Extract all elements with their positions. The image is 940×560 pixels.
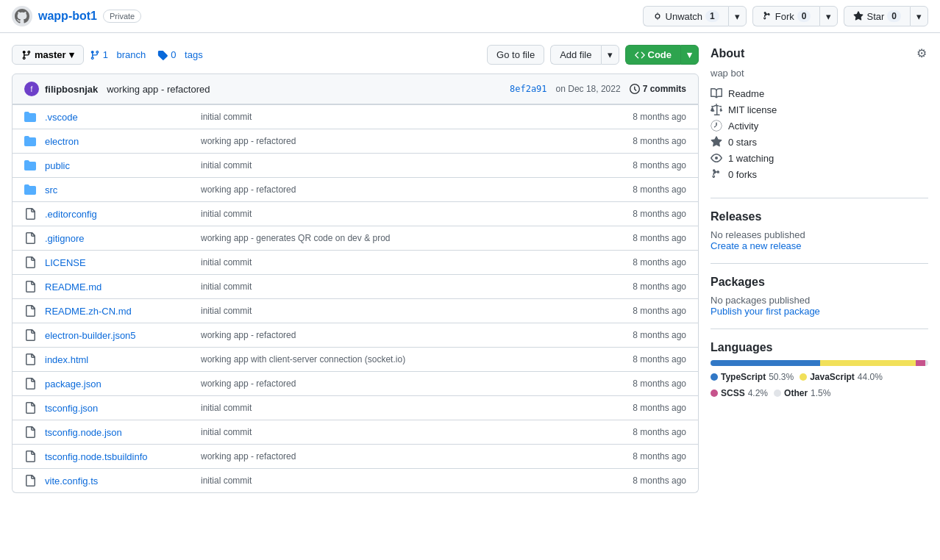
star-dropdown[interactable]: ▾ (910, 6, 928, 26)
file-name[interactable]: electron (45, 136, 192, 147)
file-icon (24, 426, 36, 438)
header-right: Unwatch 1 ▾ Fork 0 ▾ Star 0 ▾ (643, 6, 928, 26)
commit-author-name[interactable]: filipbosnjak (45, 84, 98, 95)
language-list-item[interactable]: JavaScript 44.0% (800, 372, 883, 382)
table-row: tsconfig.node.jsoninitial commit8 months… (13, 420, 698, 444)
clock-icon (630, 84, 640, 94)
table-row: electron-builder.json5working app - refa… (13, 323, 698, 347)
sidebar-link-item[interactable]: 1 watching (711, 152, 928, 164)
unwatch-dropdown[interactable]: ▾ (728, 6, 747, 26)
file-name[interactable]: LICENSE (45, 257, 192, 268)
unwatch-label: Unwatch (666, 11, 703, 22)
add-file-button[interactable]: Add file (550, 45, 600, 65)
commits-count-link[interactable]: 7 commits (630, 84, 686, 94)
sidebar-link-item[interactable]: 0 forks (711, 168, 928, 180)
file-commit-message: working app - refactored (201, 330, 624, 340)
star-btn-group: Star 0 ▾ (844, 6, 928, 26)
language-dot (800, 373, 807, 381)
language-list-item[interactable]: Other 1.5% (774, 388, 830, 398)
file-name[interactable]: electron-builder.json5 (45, 330, 192, 341)
commit-info-row: f filipbosnjak working app - refactored … (12, 73, 699, 104)
commit-sha[interactable]: 8ef2a91 (510, 84, 547, 94)
code-dropdown[interactable]: ▾ (680, 45, 699, 65)
toolbar-actions: Go to file Add file ▾ Code ▾ (487, 45, 699, 65)
file-name[interactable]: README.md (45, 281, 192, 292)
repo-avatar (12, 6, 32, 26)
sidebar-link-item[interactable]: 0 stars (711, 136, 928, 148)
fork-count: 0 (797, 10, 811, 22)
license-icon (711, 104, 722, 115)
file-commit-message: working app - refactored (201, 378, 624, 389)
star-icon (711, 136, 722, 148)
releases-section: Releases No releases published Create a … (711, 210, 928, 251)
no-releases-text: No releases published (711, 229, 928, 240)
file-commit-message: working app with client-server connectio… (201, 354, 624, 365)
file-time: 8 months ago (633, 306, 686, 316)
file-name[interactable]: .vscode (45, 112, 192, 123)
tags-link[interactable]: 0 tags (157, 49, 202, 60)
header-left: wapp-bot1 Private (12, 6, 141, 26)
language-bar (711, 360, 928, 366)
goto-file-button[interactable]: Go to file (487, 45, 544, 65)
file-commit-message: initial commit (201, 112, 624, 122)
add-file-dropdown[interactable]: ▾ (601, 45, 619, 65)
code-btn-group: Code ▾ (625, 45, 699, 65)
fork-button[interactable]: Fork 0 (752, 6, 820, 26)
sidebar-link-item[interactable]: Readme (711, 87, 928, 99)
divider-3 (711, 329, 928, 329)
folder-icon (24, 111, 36, 123)
star-icon (853, 11, 864, 21)
releases-title: Releases (711, 210, 928, 223)
language-dot (711, 390, 718, 397)
language-list-item[interactable]: TypeScript 50.3% (711, 372, 794, 382)
language-dot (774, 390, 781, 397)
language-name: Other (784, 388, 808, 398)
star-button[interactable]: Star 0 (844, 6, 910, 26)
fork-btn-group: Fork 0 ▾ (752, 6, 838, 26)
branch-selector[interactable]: master ▾ (12, 45, 84, 65)
table-row: publicinitial commit8 months ago (13, 153, 698, 177)
sidebar-link-item[interactable]: MIT license (711, 104, 928, 115)
language-percent: 1.5% (811, 388, 830, 398)
file-icon (24, 402, 36, 414)
file-name[interactable]: README.zh-CN.md (45, 306, 192, 317)
file-name[interactable]: .editorconfig (45, 209, 192, 220)
unwatch-count: 1 (705, 10, 719, 22)
file-icon (24, 378, 36, 390)
repo-name[interactable]: wapp-bot1 (38, 10, 97, 23)
branch-label: master (35, 49, 66, 60)
sidebar-link-label: Activity (728, 121, 758, 132)
file-name[interactable]: index.html (45, 354, 192, 365)
table-row: LICENSEinitial commit8 months ago (13, 250, 698, 274)
file-name[interactable]: vite.config.ts (45, 475, 192, 487)
file-icon (24, 281, 36, 292)
language-percent: 4.2% (748, 388, 768, 398)
commit-message: working app - refactored (107, 84, 210, 95)
file-name[interactable]: tsconfig.json (45, 403, 192, 414)
file-name[interactable]: tsconfig.node.tsbuildinfo (45, 451, 192, 462)
publish-package-link[interactable]: Publish your first package (711, 306, 928, 317)
add-file-btn-group: Add file ▾ (550, 45, 619, 65)
branches-link[interactable]: 1 branch (90, 49, 146, 60)
unwatch-btn-group: Unwatch 1 ▾ (643, 6, 747, 26)
commits-count-label: 7 commits (643, 84, 686, 94)
language-percent: 44.0% (858, 372, 883, 382)
code-button[interactable]: Code (625, 45, 681, 65)
file-name[interactable]: tsconfig.node.json (45, 427, 192, 438)
file-name[interactable]: package.json (45, 378, 192, 390)
repo-content: master ▾ 1 branch 0 tags Go to file Add … (12, 45, 699, 493)
folder-icon (24, 159, 36, 171)
packages-title: Packages (711, 276, 928, 289)
fork-dropdown[interactable]: ▾ (819, 6, 838, 26)
create-release-link[interactable]: Create a new release (711, 240, 928, 251)
file-name[interactable]: src (45, 184, 192, 195)
unwatch-button[interactable]: Unwatch 1 (643, 6, 728, 26)
sidebar-link-item[interactable]: Activity (711, 120, 928, 132)
divider-2 (711, 263, 928, 264)
language-list-item[interactable]: SCSS 4.2% (711, 388, 768, 398)
file-name[interactable]: public (45, 160, 192, 171)
about-settings-button[interactable]: ⚙ (915, 45, 928, 62)
file-name[interactable]: .gitignore (45, 233, 192, 244)
sidebar-link-label: 1 watching (728, 153, 774, 164)
file-commit-message: initial commit (201, 427, 624, 437)
